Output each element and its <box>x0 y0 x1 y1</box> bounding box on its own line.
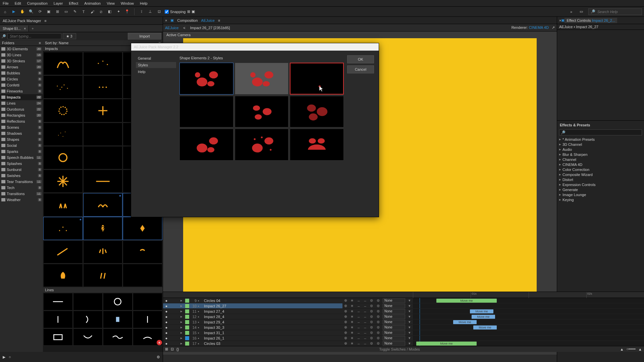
preset-search-input[interactable] <box>7 33 61 39</box>
solo-icon[interactable] <box>170 336 174 340</box>
stamp-tool-icon[interactable]: ⎚ <box>98 9 104 15</box>
expand-icon[interactable]: ▸ <box>180 304 184 308</box>
label-color[interactable] <box>185 331 189 335</box>
fx-icon[interactable]: ⊚ <box>370 320 373 324</box>
lock-icon[interactable] <box>175 331 179 335</box>
star-filter[interactable]: ★3 <box>63 33 76 39</box>
axis-view-icon[interactable]: ⊡ <box>156 9 162 15</box>
adj-icon[interactable]: – <box>363 320 367 324</box>
layer-name[interactable]: Impact 26_27 <box>203 304 341 308</box>
dropdown-icon[interactable]: ▾ <box>408 309 412 313</box>
mb-icon[interactable]: – <box>357 336 361 340</box>
preset-category--animation-presets[interactable]: ▸* Animation Presets <box>559 137 642 142</box>
fx-icon[interactable]: ⊚ <box>370 309 373 313</box>
preset-line-3[interactable] <box>133 293 162 310</box>
solo-icon[interactable] <box>170 304 174 308</box>
mb-icon[interactable]: – <box>357 299 361 303</box>
camera-tool-icon[interactable]: ▣ <box>46 9 52 15</box>
preset-line-0[interactable] <box>43 293 73 310</box>
zoom-tool-icon[interactable]: 🔍 <box>28 9 34 15</box>
search-help-input[interactable] <box>597 10 640 14</box>
preset-line-7[interactable] <box>133 311 162 328</box>
expand-icon[interactable]: ▸ <box>180 320 184 324</box>
preset-impact-27[interactable] <box>43 264 83 287</box>
hand-tool-icon[interactable]: ✋ <box>19 9 25 15</box>
track-row-17[interactable]: Move me <box>413 341 644 346</box>
preset-category-color-correction[interactable]: ▸Color Correction <box>559 167 642 172</box>
preset-category-audio[interactable]: ▸Audio <box>559 147 642 152</box>
shy-icon[interactable]: ⊕ <box>344 315 347 319</box>
preset-category-composite-wizard[interactable]: ▸Composite Wizard <box>559 172 642 177</box>
solo-icon[interactable] <box>170 342 174 346</box>
folder-item-weather[interactable]: Weather8 <box>0 197 43 203</box>
fx-icon[interactable]: ⊚ <box>370 304 373 308</box>
axis-local-icon[interactable]: ⟟ <box>139 9 145 15</box>
label-color[interactable] <box>185 309 189 313</box>
dropdown-icon[interactable]: ▾ <box>408 304 412 308</box>
effects-presets-search[interactable]: 🔎 <box>559 129 642 135</box>
visibility-icon[interactable]: ● <box>164 304 168 308</box>
folder-item-scenes[interactable]: Scenes8 <box>0 124 43 130</box>
label-color[interactable] <box>185 325 189 329</box>
mb-icon[interactable]: – <box>357 304 361 308</box>
layer-row-9[interactable]: ● ▸ 9 ▪ Circles 04 <box>163 298 342 303</box>
menu-file[interactable]: File <box>3 1 9 5</box>
parent-dropdown[interactable]: None <box>383 330 405 335</box>
layer-name[interactable]: Circles 03 <box>203 342 341 346</box>
folder-item-splashes[interactable]: Splashes8 <box>0 161 43 167</box>
folder-item-transitions[interactable]: Transitions11 <box>0 191 43 197</box>
solo-icon[interactable] <box>170 325 174 329</box>
snapping-checkbox[interactable] <box>165 10 169 14</box>
expand-icon[interactable]: ▸ <box>180 330 184 335</box>
preset-impact-12[interactable] <box>43 146 83 169</box>
label-color[interactable] <box>185 320 189 324</box>
visibility-icon[interactable]: ● <box>164 320 168 324</box>
folder-item-fireworks[interactable]: Fireworks8 <box>0 88 43 94</box>
dropdown-icon[interactable]: ▾ <box>408 320 412 324</box>
style-option-3[interactable] <box>179 96 233 128</box>
preset-impact-9[interactable] <box>43 123 83 146</box>
3d-icon[interactable]: ∗ <box>350 304 354 308</box>
snapping-toggle[interactable]: Snapping ⊞ ▣ <box>165 9 195 14</box>
style-option-1[interactable] <box>235 63 289 95</box>
shy-icon[interactable]: ⊕ <box>344 309 347 313</box>
viewer-controls[interactable] <box>163 355 557 362</box>
preset-line-5[interactable] <box>73 311 103 328</box>
preset-impact-4[interactable] <box>83 75 123 99</box>
3d-icon[interactable]: ∗ <box>350 342 354 346</box>
style-option-8[interactable] <box>290 129 344 161</box>
lock-icon[interactable] <box>175 315 179 319</box>
zoom-in-icon[interactable]: ▲ <box>638 347 642 351</box>
renderer-value[interactable]: CINEMA 4D <box>529 25 549 29</box>
lock-icon[interactable] <box>175 304 179 308</box>
preset-impact-15[interactable] <box>43 170 83 193</box>
parent-dropdown[interactable]: None <box>383 341 405 346</box>
expand-icon[interactable]: ▸ <box>180 314 184 319</box>
preset-impact-22[interactable]: ? <box>83 217 123 240</box>
text-tool-icon[interactable]: T <box>80 9 87 15</box>
pen-tool-icon[interactable]: ✎ <box>72 9 78 15</box>
parent-dropdown[interactable]: None <box>383 320 405 324</box>
sort-label[interactable]: Sort by: Name <box>45 41 68 45</box>
expand-icon[interactable]: ▸ <box>180 325 184 329</box>
dialog-title-bar[interactable]: AEJuice Pack Manager 2.2 <box>131 43 379 51</box>
zoom-slider[interactable]: ○━━━ <box>626 347 636 351</box>
layer-name[interactable]: Impact 27_4 <box>203 309 341 313</box>
folder-item-swishes[interactable]: Swishes8 <box>0 173 43 179</box>
layer-row-10[interactable]: ● ▸ 10 ▪ Impact 26_27 <box>163 303 342 309</box>
folder-item-shapes[interactable]: Shapes8 <box>0 136 43 142</box>
folder-item-confetti[interactable]: Confetti8 <box>0 82 43 88</box>
folder-item-tech[interactable]: Tech8 <box>0 185 43 191</box>
preset-impact-13[interactable] <box>83 146 123 169</box>
layer-name[interactable]: Impact 28_4 <box>203 315 341 319</box>
home-icon[interactable]: ⌂ <box>2 9 8 15</box>
solo-icon[interactable] <box>170 309 174 313</box>
shy-icon[interactable]: ⊕ <box>344 299 347 303</box>
folder-item-circles[interactable]: Circles8 <box>0 76 43 82</box>
folder-item-sparks[interactable]: Sparks8 <box>0 148 43 155</box>
menu-window[interactable]: Window <box>121 1 134 5</box>
label-color[interactable] <box>185 315 189 319</box>
renderer-settings-icon[interactable]: ↗ <box>552 25 555 29</box>
style-option-7[interactable] <box>235 129 289 161</box>
preset-category-cinema-4d[interactable]: ▸CINEMA 4D <box>559 162 642 167</box>
